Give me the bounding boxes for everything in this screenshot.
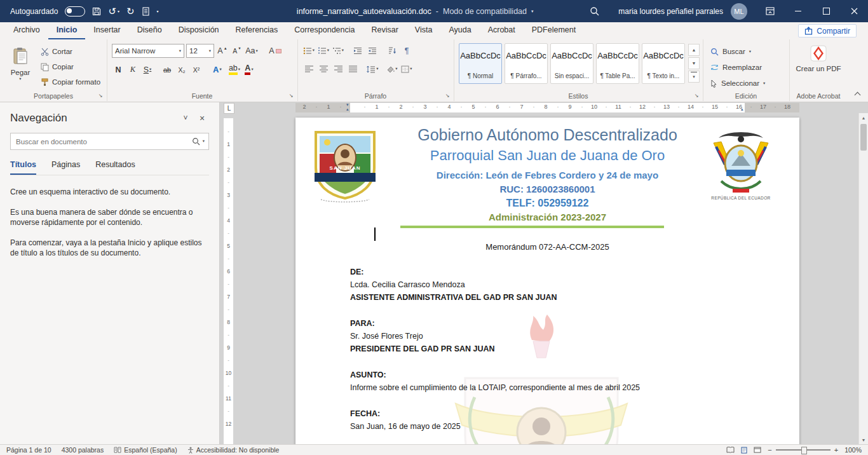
word-count[interactable]: 4300 palabras xyxy=(62,446,104,454)
font-color-button[interactable]: A▾ xyxy=(243,63,255,76)
web-layout-icon[interactable] xyxy=(754,447,761,453)
horizontal-ruler[interactable]: ▾ ▴ ▴ 2·1·1·2·3·4·5·6·7·8·9·10·11·12·13·… xyxy=(219,103,859,112)
read-mode-icon[interactable] xyxy=(726,447,735,453)
search-input[interactable] xyxy=(15,137,189,146)
zoom-in-icon[interactable]: + xyxy=(834,446,838,454)
borders-button[interactable]: ▾ xyxy=(400,62,413,76)
styles-scroll-down-button[interactable]: ▼ xyxy=(688,57,700,69)
field-line[interactable]: Sr. José Flores Trejo xyxy=(350,330,757,343)
zoom-out-icon[interactable]: − xyxy=(768,446,771,454)
style-card[interactable]: AaBbCcDcSin espaci... xyxy=(550,43,593,84)
numbering-button[interactable]: ▾ xyxy=(317,44,330,57)
search-icon[interactable] xyxy=(192,137,200,146)
clear-formatting-button[interactable]: A xyxy=(269,44,281,58)
nav-tab-páginas[interactable]: Páginas xyxy=(51,160,80,175)
tab-vista[interactable]: Vista xyxy=(407,22,441,39)
avatar[interactable]: ML xyxy=(731,3,747,20)
create-pdf-button[interactable]: Crear un PDF xyxy=(795,45,842,73)
navigation-search[interactable]: ▾ xyxy=(10,133,209,150)
print-icon[interactable] xyxy=(142,7,150,16)
superscript-button[interactable]: X² xyxy=(190,63,203,76)
shrink-font-button[interactable]: A▼ xyxy=(231,44,243,58)
document-page[interactable]: SAN JUAN REPÚBLICA DEL ECUADOR xyxy=(295,118,799,445)
field-line[interactable]: San Juan, 16 de mayo de 2025 xyxy=(350,420,757,433)
tab-stop-selector[interactable]: L xyxy=(224,103,234,114)
customize-quick-access-icon[interactable]: ▾ xyxy=(157,10,159,13)
save-icon[interactable] xyxy=(92,7,101,16)
undo-icon[interactable]: ↺▾ xyxy=(108,6,119,16)
cut-button[interactable]: Cortar xyxy=(41,45,100,58)
language-indicator[interactable]: Español (España) xyxy=(114,446,177,454)
change-case-button[interactable]: Aa▾ xyxy=(245,44,258,58)
highlight-color-button[interactable]: ab▾ xyxy=(228,63,241,76)
tab-inicio[interactable]: Inicio xyxy=(48,22,86,39)
line-spacing-button[interactable]: ▾ xyxy=(366,62,379,76)
zoom-slider-knob[interactable] xyxy=(801,447,807,454)
styles-scroll-up-button[interactable]: ▲ xyxy=(688,44,700,56)
field-line[interactable]: Lcda. Cecilia Carrasco Mendoza xyxy=(350,278,757,291)
field-label[interactable]: FECHA: xyxy=(350,407,757,420)
font-name-combo[interactable]: Arial Narrow ▾ xyxy=(112,44,184,58)
select-button[interactable]: Seleccionar ▾ xyxy=(710,77,789,90)
paragraph-marks-button[interactable]: ¶ xyxy=(400,44,413,57)
bold-button[interactable]: N xyxy=(112,63,125,76)
format-painter-button[interactable]: Copiar formato xyxy=(41,76,100,88)
memo-title[interactable]: Memorándum 072-AA-CCM-2025 xyxy=(295,242,799,252)
share-button[interactable]: Compartir xyxy=(798,24,857,37)
font-size-combo[interactable]: 12 ▾ xyxy=(186,44,214,58)
tab-disposición[interactable]: Disposición xyxy=(170,22,227,39)
tab-revisar[interactable]: Revisar xyxy=(363,22,406,39)
scrollbar-thumb[interactable] xyxy=(860,124,867,151)
multilevel-list-button[interactable]: ▾ xyxy=(332,44,344,57)
bullets-button[interactable]: ▾ xyxy=(302,44,315,57)
nav-tab-resultados[interactable]: Resultados xyxy=(95,160,135,175)
style-card[interactable]: AaBbCcDc¶ Texto in... xyxy=(642,43,685,84)
sort-button[interactable] xyxy=(386,44,398,57)
close-button[interactable] xyxy=(840,0,868,22)
field-label[interactable]: ASUNTO: xyxy=(350,369,757,381)
increase-indent-button[interactable] xyxy=(366,44,379,57)
zoom-level[interactable]: 100% xyxy=(844,446,862,454)
user-name[interactable]: maria lourdes peñafiel parrales xyxy=(618,7,723,16)
field-line[interactable]: PRESIDENTE DEL GAD PR SAN JUAN xyxy=(350,343,757,355)
tab-referencias[interactable]: Referencias xyxy=(227,22,287,39)
shading-button[interactable]: ▾ xyxy=(386,62,398,76)
nav-tab-títulos[interactable]: Títulos xyxy=(10,160,36,175)
chevron-down-icon[interactable]: ˅ xyxy=(177,114,194,123)
find-button[interactable]: Buscar ▾ xyxy=(710,45,789,58)
strikethrough-button[interactable]: ab xyxy=(161,63,173,76)
scroll-down-icon[interactable]: ▼ xyxy=(859,435,868,445)
search-icon[interactable] xyxy=(581,6,607,16)
style-card[interactable]: AaBbCcDc¶ Normal xyxy=(459,43,502,84)
italic-button[interactable]: K xyxy=(126,63,139,76)
hanging-indent-marker[interactable]: ▴ xyxy=(346,107,349,111)
field-label[interactable]: PARA: xyxy=(350,317,757,330)
collapse-ribbon-button[interactable] xyxy=(855,93,860,98)
align-left-button[interactable] xyxy=(302,62,315,76)
field-label[interactable]: DE: xyxy=(350,266,757,278)
tab-diseño[interactable]: Diseño xyxy=(129,22,170,39)
zoom-slider[interactable] xyxy=(776,449,831,451)
tab-acrobat[interactable]: Acrobat xyxy=(480,22,524,39)
document-canvas[interactable]: L ▾ ▴ ▴ 2·1·1·2·3·4·5·6·7·8·9·10·11·12·1… xyxy=(219,102,868,445)
tab-correspondencia[interactable]: Correspondencia xyxy=(286,22,363,39)
tab-pdfelement[interactable]: PDFelement xyxy=(524,22,584,39)
grow-font-button[interactable]: A▲ xyxy=(216,44,229,58)
tab-insertar[interactable]: Insertar xyxy=(85,22,128,39)
styles-gallery-more-button[interactable]: ▾ xyxy=(688,71,700,83)
align-center-button[interactable] xyxy=(317,62,330,76)
accessibility-indicator[interactable]: Accesibilidad: No disponible xyxy=(187,446,280,454)
scroll-up-icon[interactable]: ▲ xyxy=(859,113,868,123)
subscript-button[interactable]: X₂ xyxy=(175,63,188,76)
chevron-down-icon[interactable]: ▾ xyxy=(203,139,205,144)
maximize-button[interactable] xyxy=(812,0,840,22)
align-right-button[interactable] xyxy=(332,62,344,76)
print-layout-icon[interactable] xyxy=(741,447,747,454)
page-indicator[interactable]: Página 1 de 10 xyxy=(6,446,51,454)
field-line[interactable]: ASISTENTE ADMINISTRATIVA DEL GAD PR SAN … xyxy=(350,291,757,304)
field-line[interactable]: Informe sobre el cumplimiento de la LOTA… xyxy=(350,381,757,394)
tab-ayuda[interactable]: Ayuda xyxy=(440,22,479,39)
justify-button[interactable] xyxy=(346,62,359,76)
decrease-indent-button[interactable] xyxy=(351,44,364,57)
underline-button[interactable]: S▾ xyxy=(141,63,154,76)
